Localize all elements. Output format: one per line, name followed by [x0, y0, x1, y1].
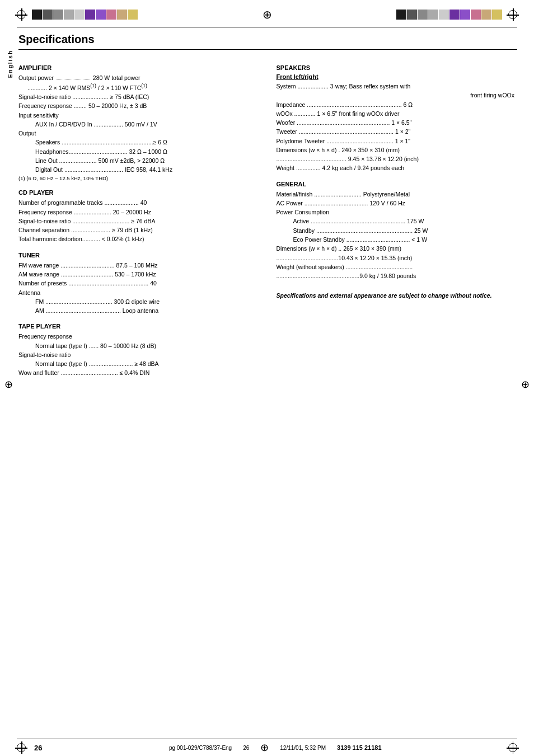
general-weight-value: ........................................…	[277, 271, 518, 280]
speakers-woofer: Woofer .................................…	[277, 118, 518, 127]
color-mark-r9	[481, 10, 491, 20]
general-ac-power: AC Power ...............................…	[277, 199, 518, 208]
speakers-subtitle: Front left/right	[277, 73, 518, 80]
top-marks-bar: ⊕	[0, 0, 534, 27]
compass-right: ⊕	[521, 378, 530, 391]
amplifier-rms-line: ............ 2 × 140 W RMS(1) / 2 × 110 …	[18, 82, 260, 92]
speakers-woox: wOOx ............. 1 × 6.5" front firing…	[277, 109, 518, 118]
amplifier-footnote: (1) (6 Ω, 60 Hz – 12.5 kHz, 10% THD)	[18, 175, 260, 181]
specifications-note: Specifications and external appearance a…	[277, 292, 518, 300]
speakers-polydome: Polydome Tweeter .......................…	[277, 137, 518, 145]
general-weight-label: Weight (without speakers) ..............…	[277, 262, 518, 271]
speakers-tweeter: Tweeter ................................…	[277, 127, 518, 136]
color-mark-1	[32, 10, 42, 20]
main-content-area: English Specifications AMPLIFIER Output …	[0, 27, 534, 383]
content-area: Specifications AMPLIFIER Output power 28…	[16, 27, 534, 383]
color-mark-r5	[439, 10, 449, 20]
tape-wow-flutter: Wow and flutter ........................…	[18, 368, 260, 377]
color-mark-5	[74, 10, 85, 20]
cd-player-section-title: CD PLAYER	[18, 189, 260, 196]
reg-corner-bl	[17, 743, 26, 752]
right-column: SPEAKERS Front left/right System .......…	[277, 57, 518, 378]
compass-left: ⊕	[4, 378, 13, 391]
speakers-section-title: SPEAKERS	[277, 64, 518, 71]
sidebar: English	[0, 27, 16, 383]
general-active: Active .................................…	[277, 217, 518, 226]
general-dimensions: Dimensions (w × h × d) .. 265 × 310 × 39…	[277, 244, 518, 253]
amplifier-input-sensitivity: Input sensitivity	[18, 111, 260, 120]
bottom-area: 26 pg 001-029/C788/37-Eng 26 ⊕ 12/11/01,…	[0, 739, 534, 756]
compass-symbol-top: ⊕	[263, 8, 272, 21]
cd-snr: Signal-to-noise ratio ..................…	[18, 217, 260, 226]
speakers-system-cont: front firing wOOx	[277, 91, 518, 100]
color-mark-r7	[460, 10, 470, 20]
general-eco-standby: Eco Power Standby ......................…	[277, 235, 518, 244]
cd-thd: Total harmonic distortion........... < 0…	[18, 234, 260, 243]
color-mark-8	[106, 10, 116, 20]
amplifier-line-out: Line Out ....................... 500 mV …	[18, 156, 260, 165]
amplifier-speakers-out: Speakers ...............................…	[18, 138, 260, 147]
compass-bottom: ⊕	[260, 741, 269, 754]
general-standby: Standby ................................…	[277, 226, 518, 235]
tape-freq-label: Frequency response	[18, 332, 260, 341]
amplifier-aux-in: AUX In / CDR/DVD In .................. 5…	[18, 120, 260, 129]
amplifier-output-power-label: Output power 280 W total power	[18, 73, 260, 82]
page-title: Specifications	[18, 33, 517, 50]
tape-section-title: TAPE PLAYER	[18, 323, 260, 330]
color-mark-10	[128, 10, 138, 20]
product-code: 3139 115 21181	[337, 744, 382, 751]
speakers-system: System ................... 3-way; Bass r…	[277, 82, 518, 91]
color-mark-6	[85, 10, 95, 20]
color-mark-r3	[418, 10, 428, 20]
color-mark-2	[43, 10, 53, 20]
speakers-dimensions: Dimensions (w × h × d) . 240 × 350 × 310…	[277, 145, 518, 154]
amplifier-freq: Frequency response ........ 50 – 20000 H…	[18, 101, 260, 110]
general-power-consumption: Power Consumption	[277, 208, 518, 217]
reg-corner-br	[508, 743, 517, 752]
color-mark-3	[53, 10, 63, 20]
tape-snr-value: Normal tape (type I) ...................…	[18, 359, 260, 368]
color-mark-4	[64, 10, 74, 20]
color-mark-r6	[449, 10, 460, 20]
cd-prog-tracks: Number of programmable tracks ..........…	[18, 198, 260, 207]
tuner-am-range: AM wave range ..........................…	[18, 270, 260, 279]
amplifier-section-title: AMPLIFIER	[18, 64, 260, 71]
color-mark-r4	[428, 10, 438, 20]
amplifier-output: Output	[18, 129, 260, 138]
sidebar-language-label: English	[7, 50, 13, 78]
general-material: Material/finish ........................…	[277, 190, 518, 199]
reg-corner-tl	[17, 10, 26, 19]
page-num-center: 26	[243, 745, 249, 751]
tape-snr-label: Signal-to-noise ratio	[18, 350, 260, 359]
color-mark-r1	[396, 10, 406, 20]
reg-corner-tr	[508, 10, 517, 19]
speakers-weight: Weight ............... 4.2 kg each / 9.2…	[277, 163, 518, 172]
cd-channel-sep: Channel separation .....................…	[18, 226, 260, 234]
speakers-impedance: Impedance ..............................…	[277, 100, 518, 109]
cd-freq-resp: Frequency response .....................…	[18, 208, 260, 217]
page-number: 26	[34, 744, 42, 752]
color-mark-r2	[407, 10, 417, 20]
color-mark-9	[117, 10, 127, 20]
tuner-antenna: Antenna	[18, 288, 260, 297]
amplifier-snr: Signal-to-noise ratio ..................…	[18, 92, 260, 101]
general-dimensions-inch: ......................................10…	[277, 253, 518, 262]
tape-freq-value: Normal tape (type I) ...... 80 – 10000 H…	[18, 341, 260, 350]
speakers-dimensions-inch: ........................................…	[277, 154, 518, 163]
tuner-presets: Number of presets ......................…	[18, 279, 260, 288]
doc-ref: pg 001-029/C788/37-Eng	[169, 745, 232, 751]
tuner-am-antenna: AM .....................................…	[18, 306, 260, 315]
tuner-fm-antenna: FM .....................................…	[18, 297, 260, 306]
tuner-fm-range: FM wave range ..........................…	[18, 261, 260, 270]
color-mark-r8	[471, 10, 481, 20]
tuner-section-title: TUNER	[18, 252, 260, 259]
general-section-title: GENERAL	[277, 181, 518, 187]
two-columns-layout: AMPLIFIER Output power 280 W total power…	[18, 57, 517, 378]
left-column: AMPLIFIER Output power 280 W total power…	[18, 57, 260, 378]
date-ref: 12/11/01, 5:32 PM	[280, 745, 326, 751]
color-mark-7	[96, 10, 106, 20]
amplifier-headphones: Headphones..............................…	[18, 147, 260, 156]
amplifier-digital-out: Digital Out ............................…	[18, 165, 260, 174]
color-mark-r10	[492, 10, 502, 20]
